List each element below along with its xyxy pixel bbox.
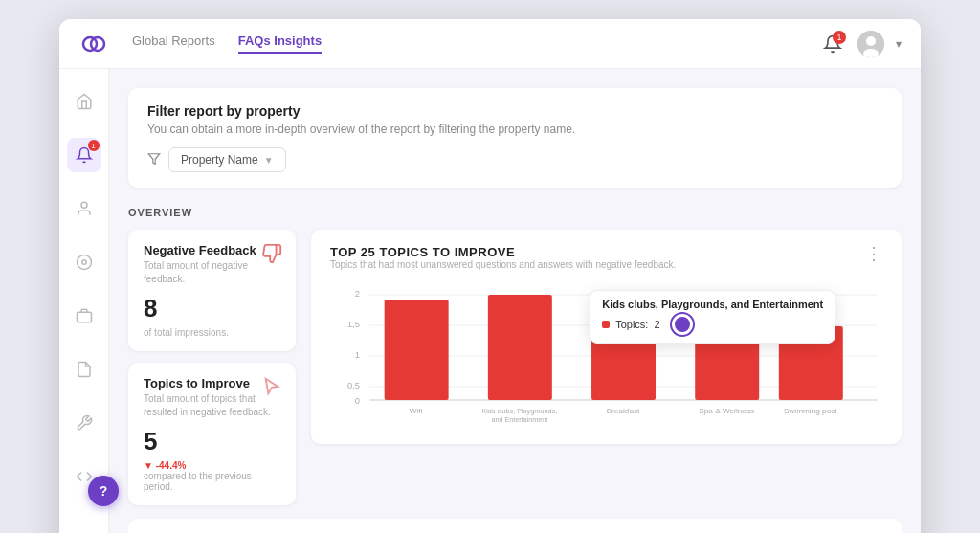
- overview-section-title: OVERVIEW: [128, 207, 902, 218]
- sidebar: 1: [59, 69, 109, 533]
- sidebar-item-tools[interactable]: [67, 406, 101, 440]
- overview-cards: Negative Feedback Total amount of negati…: [128, 230, 296, 505]
- select-arrow-icon: ▼: [264, 155, 274, 166]
- svg-text:Swimming pool: Swimming pool: [784, 407, 837, 415]
- svg-text:1: 1: [355, 350, 360, 360]
- svg-text:2: 2: [355, 289, 360, 299]
- thumbs-down-icon: [261, 243, 282, 269]
- cursor-icon: [261, 376, 282, 402]
- svg-point-3: [866, 36, 876, 46]
- notification-bell[interactable]: 1: [819, 31, 846, 57]
- negative-feedback-card: Negative Feedback Total amount of negati…: [128, 230, 296, 351]
- svg-point-5: [81, 202, 87, 208]
- svg-text:and Entertainment: and Entertainment: [491, 416, 547, 424]
- sidebar-item-alerts[interactable]: 1: [67, 138, 101, 172]
- tooltip-dot-icon: [602, 321, 610, 328]
- negative-feedback-footer: of total impressions.: [144, 327, 280, 338]
- chart-subtitle: Topics that had most unanswered question…: [330, 259, 676, 270]
- sidebar-item-file[interactable]: [67, 352, 101, 387]
- help-button[interactable]: ?: [88, 476, 119, 506]
- property-name-label: Property Name: [181, 153, 258, 167]
- topics-improve-desc: Total amount of topics that resulted in …: [144, 392, 280, 419]
- property-name-select[interactable]: Property Name ▼: [168, 147, 286, 172]
- notification-badge: 1: [833, 31, 846, 44]
- svg-rect-21: [385, 300, 449, 400]
- negative-feedback-title: Negative Feedback: [144, 243, 280, 257]
- sidebar-badge: 1: [88, 140, 100, 151]
- tab-faqs-insights[interactable]: FAQs Insights: [238, 33, 322, 54]
- chart-card: TOP 25 TOPICS TO IMPROVE Topics that had…: [311, 230, 902, 444]
- sidebar-item-users[interactable]: [67, 191, 101, 226]
- filter-funnel-icon: [147, 152, 161, 168]
- app-window: Global Reports FAQs Insights 1 ▾: [59, 19, 921, 533]
- chart-header: TOP 25 TOPICS TO IMPROVE Topics that had…: [330, 245, 882, 281]
- svg-text:Breakfast: Breakfast: [607, 407, 641, 415]
- header-right: 1 ▾: [819, 31, 902, 57]
- filter-row: Property Name ▼: [147, 147, 882, 172]
- filter-card: Filter report by property You can obtain…: [128, 88, 902, 188]
- topics-improve-title: Topics to Improve: [144, 376, 280, 390]
- svg-text:Spa & Wellness: Spa & Wellness: [699, 407, 754, 415]
- body: 1: [59, 69, 921, 533]
- tooltip-label: Topics:: [615, 319, 648, 330]
- chart-title-block: TOP 25 TOPICS TO IMPROVE Topics that had…: [330, 245, 676, 281]
- negative-feedback-value: 8: [144, 294, 280, 323]
- topics-change-badge: ▼ -44.4%: [144, 460, 280, 471]
- topics-improve-value: 5: [144, 427, 280, 456]
- tooltip-row: Topics: 2: [602, 314, 823, 335]
- tooltip-pointer-icon: [672, 314, 693, 335]
- nav-tabs: Global Reports FAQs Insights: [132, 33, 819, 54]
- avatar[interactable]: [858, 31, 884, 57]
- tab-global-reports[interactable]: Global Reports: [132, 33, 215, 54]
- header: Global Reports FAQs Insights 1 ▾: [59, 19, 921, 69]
- main-content: Filter report by property You can obtain…: [109, 69, 921, 533]
- sidebar-item-home[interactable]: [67, 84, 101, 119]
- svg-point-7: [81, 260, 86, 265]
- overview-layout: Negative Feedback Total amount of negati…: [128, 230, 902, 505]
- overview-section: OVERVIEW Negative Feedback: [128, 207, 902, 505]
- svg-text:Kids clubs, Playgrounds,: Kids clubs, Playgrounds,: [481, 408, 557, 415]
- svg-rect-22: [488, 295, 552, 400]
- negative-feedback-desc: Total amount of negative feedback.: [144, 259, 280, 286]
- svg-point-6: [77, 255, 91, 270]
- chart-title: TOP 25 TOPICS TO IMPROVE: [330, 245, 676, 259]
- chart-tooltip: Kids clubs, Playgrounds, and Entertainme…: [590, 290, 835, 344]
- chevron-down-icon[interactable]: ▾: [896, 37, 902, 51]
- svg-text:0,5: 0,5: [347, 381, 360, 390]
- topics-improve-footer: compared to the previous period.: [144, 471, 280, 492]
- svg-text:0: 0: [355, 396, 360, 406]
- questions-section: QUESTIONS ASKED Here you will find an ov…: [128, 519, 902, 533]
- svg-text:1,5: 1,5: [347, 320, 360, 329]
- svg-marker-10: [148, 153, 160, 164]
- topics-to-improve-card: Topics to Improve Total amount of topics…: [128, 363, 296, 505]
- tooltip-title: Kids clubs, Playgrounds, and Entertainme…: [602, 299, 823, 310]
- logo-icon: [78, 29, 109, 59]
- svg-text:Wifi: Wifi: [410, 407, 423, 415]
- sidebar-item-folder[interactable]: [67, 299, 101, 333]
- chart-more-icon[interactable]: ⋮: [865, 245, 882, 262]
- bar-chart-area: 0 0,5 1 1,5 2: [330, 285, 882, 429]
- svg-rect-8: [77, 312, 91, 322]
- tooltip-value: 2: [654, 319, 659, 330]
- filter-description: You can obtain a more in-depth overview …: [147, 122, 882, 136]
- sidebar-item-analytics[interactable]: [67, 245, 101, 279]
- filter-title: Filter report by property: [147, 103, 882, 119]
